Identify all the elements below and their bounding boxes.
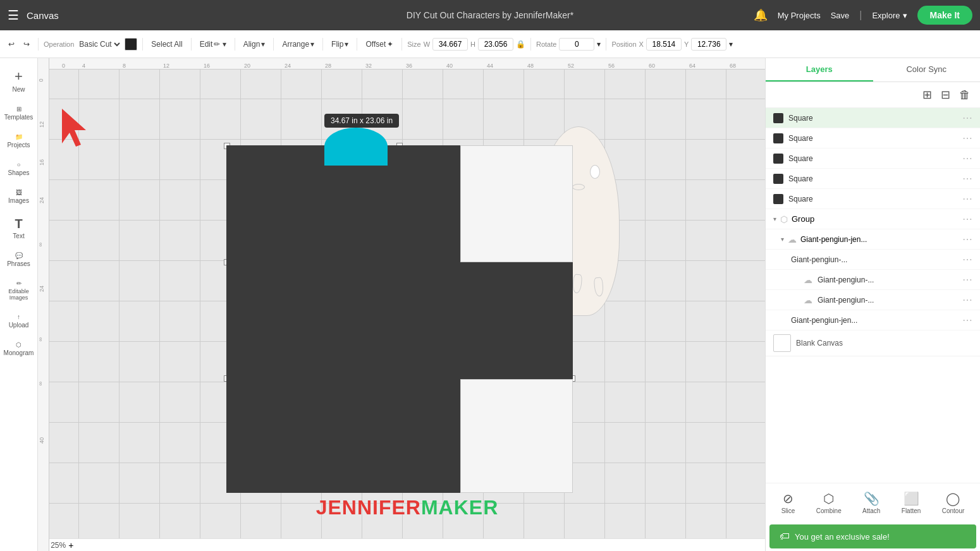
tab-color-sync[interactable]: Color Sync <box>873 58 981 82</box>
white-rect-top-right[interactable] <box>460 145 573 262</box>
width-input[interactable] <box>432 38 468 51</box>
layer-more-4[interactable]: ⋯ <box>962 173 972 185</box>
slice-button[interactable]: ⊘ Slice <box>776 488 800 517</box>
sidebar-item-upload[interactable]: ↑ Upload <box>3 308 35 334</box>
sub-layer-more-1[interactable]: ⋯ <box>962 253 972 265</box>
sub-layer-3[interactable]: ☁ Giant-pengiun-... ⋯ <box>766 290 980 310</box>
watermark: JENNIFERMAKER <box>316 496 499 519</box>
group-name: Group <box>792 214 959 224</box>
sidebar-label-projects: Projects <box>7 142 30 148</box>
explore-button[interactable]: Explore ▾ <box>872 11 907 20</box>
sidebar-item-images[interactable]: 🖼 Images <box>3 184 35 209</box>
undo-button[interactable]: ↩ <box>5 38 18 51</box>
layer-name-4: Square <box>788 174 957 183</box>
sub-layer-more-2[interactable]: ⋯ <box>962 274 972 286</box>
sub-layer-more-3[interactable]: ⋯ <box>962 294 972 306</box>
blank-canvas-label: Blank Canvas <box>796 339 843 348</box>
operation-select[interactable]: Basic Cut <box>77 39 122 49</box>
panel-actions: ⊘ Slice ⬡ Combine 📎 Attach ⬜ Flatten ◯ C… <box>766 483 980 522</box>
align-button[interactable]: Align ▾ <box>240 38 269 51</box>
sidebar-item-new[interactable]: + New <box>3 63 35 98</box>
layer-name-5: Square <box>788 195 957 203</box>
size-label: Size <box>407 40 420 48</box>
sidebar-item-monogram[interactable]: ⬡ Monogram <box>3 336 35 361</box>
sidebar-item-templates[interactable]: ⊞ Templates <box>3 100 35 126</box>
height-input[interactable] <box>478 38 513 51</box>
blank-canvas-row[interactable]: Blank Canvas <box>766 330 980 356</box>
sub-layer-1[interactable]: Giant-pengiun-... ⋯ <box>766 250 980 270</box>
sidebar-label-editable-images: Editable Images <box>5 288 33 301</box>
pos-x-input[interactable] <box>646 38 682 51</box>
color-swatch[interactable] <box>125 38 137 51</box>
layer-more-2[interactable]: ⋯ <box>962 132 972 144</box>
redo-button[interactable]: ↪ <box>20 38 33 51</box>
dark-rect-right-middle[interactable] <box>460 262 573 379</box>
sidebar-item-text[interactable]: T Text <box>3 212 35 245</box>
white-rect-bottom-right[interactable] <box>460 379 573 493</box>
layer-item-square-1[interactable]: Square ⋯ <box>766 108 980 128</box>
sidebar-item-editable-images[interactable]: ✏ Editable Images <box>3 275 35 306</box>
my-projects-link[interactable]: My Projects <box>778 11 821 20</box>
lock-icon[interactable]: 🔒 <box>516 40 525 49</box>
zoom-in-button[interactable]: + <box>68 540 73 550</box>
sidebar-item-phrases[interactable]: 💬 Phrases <box>3 247 35 272</box>
right-panel: Layers Color Sync ⊞ ⊟ 🗑 Square ⋯ Square … <box>765 58 980 551</box>
layer-item-square-5[interactable]: Square ⋯ <box>766 189 980 209</box>
left-sidebar: + New ⊞ Templates 📁 Projects ○ Shapes 🖼 … <box>0 58 38 551</box>
layer-more-3[interactable]: ⋯ <box>962 152 972 164</box>
layer-color-3 <box>773 154 783 164</box>
sub-layer-2[interactable]: ☁ Giant-pengiun-... ⋯ <box>766 270 980 290</box>
main-layout: + New ⊞ Templates 📁 Projects ○ Shapes 🖼 … <box>0 58 980 551</box>
layer-name-3: Square <box>788 154 957 163</box>
menu-icon[interactable]: ☰ <box>8 8 19 23</box>
layers-list: Square ⋯ Square ⋯ Square ⋯ Square ⋯ Squa… <box>766 108 980 483</box>
panel-delete-button[interactable]: 🗑 <box>957 87 972 104</box>
combine-button[interactable]: ⬡ Combine <box>811 488 847 517</box>
layer-item-square-4[interactable]: Square ⋯ <box>766 169 980 189</box>
tab-layers[interactable]: Layers <box>766 58 873 82</box>
flip-button[interactable]: Flip ▾ <box>328 38 352 51</box>
notification-bell-icon[interactable]: 🔔 <box>754 8 768 22</box>
sidebar-item-projects[interactable]: 📁 Projects <box>3 128 35 154</box>
select-all-button[interactable]: Select All <box>148 38 185 51</box>
canvas-content[interactable]: 34.67 in x 23.06 in JENNIFERMAKER <box>49 70 765 538</box>
edit-button[interactable]: Edit ✏ ▾ <box>197 38 230 51</box>
rotate-label: Rotate <box>536 40 556 48</box>
panel-group-button[interactable]: ⊞ <box>921 86 934 104</box>
layer-more-1[interactable]: ⋯ <box>962 112 972 124</box>
pos-y-input[interactable] <box>691 38 726 51</box>
phrases-icon: 💬 <box>15 252 23 259</box>
sidebar-item-shapes[interactable]: ○ Shapes <box>3 156 35 181</box>
save-button[interactable]: Save <box>831 11 850 20</box>
blank-canvas-swatch <box>773 334 791 352</box>
layer-more-5[interactable]: ⋯ <box>962 193 972 205</box>
sidebar-label-monogram: Monogram <box>4 349 34 356</box>
sub-layer-4[interactable]: Giant-pengiun-jen... ⋯ <box>766 310 980 330</box>
panel-ungroup-button[interactable]: ⊟ <box>939 86 952 104</box>
penguin-eye-right <box>590 165 600 179</box>
combine-icon: ⬡ <box>823 491 834 506</box>
attach-button[interactable]: 📎 Attach <box>857 488 885 517</box>
arrange-button[interactable]: Arrange ▾ <box>279 38 317 51</box>
group-header[interactable]: ▾ ⬡ Group ⋯ <box>766 209 980 229</box>
contour-button[interactable]: ◯ Contour <box>937 488 970 517</box>
penguin-foot3 <box>594 277 604 296</box>
layer-item-square-3[interactable]: Square ⋯ <box>766 148 980 169</box>
cursor-arrow <box>56 102 100 155</box>
templates-icon: ⊞ <box>16 106 21 112</box>
panel-tabs: Layers Color Sync <box>766 58 980 82</box>
rotate-input[interactable] <box>559 38 594 51</box>
layer-color-2 <box>773 133 783 143</box>
rotate-chevron-icon: ▾ <box>597 40 601 49</box>
layer-item-square-2[interactable]: Square ⋯ <box>766 128 980 148</box>
offset-button[interactable]: Offset ✦ <box>362 38 396 51</box>
sub-group-more-icon[interactable]: ⋯ <box>962 233 972 245</box>
canvas-area[interactable]: 0 4 8 12 16 20 24 28 32 36 40 44 48 52 5… <box>38 58 765 551</box>
pos-x-label: X <box>639 40 644 48</box>
sub-layer-more-4[interactable]: ⋯ <box>962 314 972 326</box>
flatten-button[interactable]: ⬜ Flatten <box>897 488 926 517</box>
dark-rect-left[interactable] <box>226 145 460 493</box>
sub-group-header[interactable]: ▾ ☁ Giant-pengiun-jen... ⋯ <box>766 229 980 250</box>
make-it-button[interactable]: Make It <box>917 6 972 25</box>
group-more-icon[interactable]: ⋯ <box>962 213 972 225</box>
